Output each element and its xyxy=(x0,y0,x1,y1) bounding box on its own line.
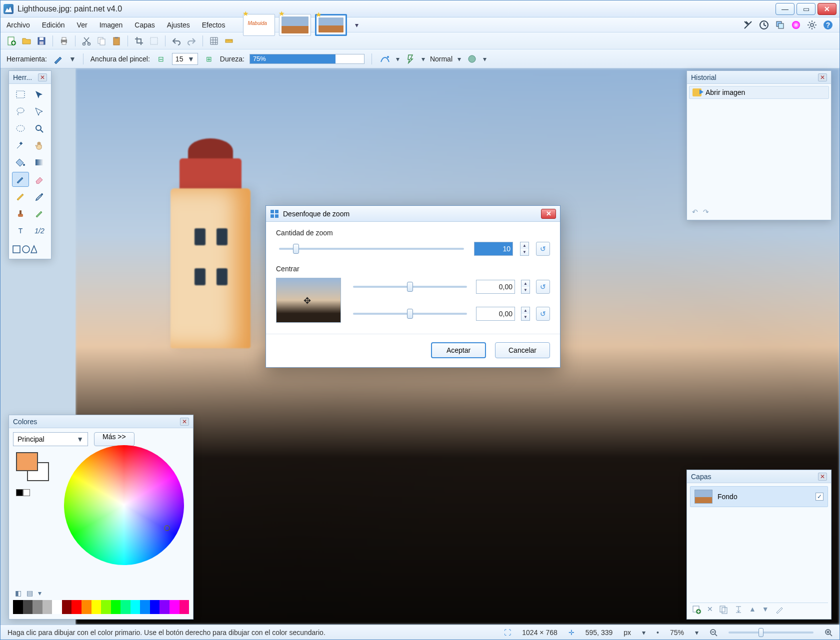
tool-eraser[interactable] xyxy=(31,172,48,187)
palette-color[interactable] xyxy=(150,600,160,614)
zoom-amount-reset-icon[interactable]: ↺ xyxy=(536,242,550,256)
tool-pan[interactable] xyxy=(31,138,48,153)
current-tool-icon[interactable] xyxy=(52,53,64,65)
palette-color[interactable] xyxy=(92,600,102,614)
layer-visibility-checkbox[interactable]: ✓ xyxy=(816,493,824,501)
palette-color[interactable] xyxy=(111,600,121,614)
palette-manage-icon[interactable]: ▤ xyxy=(26,589,33,597)
dialog-accept-button[interactable]: Aceptar xyxy=(431,342,486,358)
colors-more-button[interactable]: Más >> xyxy=(94,432,134,446)
menu-archivo[interactable]: Archivo xyxy=(0,19,36,31)
tool-magic-wand[interactable] xyxy=(12,138,29,153)
layers-panel-close-icon[interactable]: ✕ xyxy=(818,473,827,481)
zoom-amount-input[interactable]: 10 xyxy=(474,242,513,256)
bw-swatch[interactable] xyxy=(16,489,30,496)
center-x-input[interactable]: 0,00 xyxy=(476,280,515,294)
palette-color[interactable] xyxy=(140,600,150,614)
maximize-button[interactable]: ▭ xyxy=(796,3,816,15)
status-unit[interactable]: px xyxy=(624,629,631,637)
settings-icon[interactable] xyxy=(806,19,818,30)
deselect-icon[interactable] xyxy=(148,35,160,47)
menu-imagen[interactable]: Imagen xyxy=(94,19,129,31)
cut-icon[interactable] xyxy=(80,35,92,47)
center-y-spinner[interactable]: ▲▼ xyxy=(521,307,530,321)
center-x-reset-icon[interactable]: ↺ xyxy=(536,280,550,294)
menu-ver[interactable]: Ver xyxy=(71,19,94,31)
tool-text[interactable]: T xyxy=(12,223,29,238)
menu-capas[interactable]: Capas xyxy=(128,19,160,31)
delete-layer-icon[interactable]: ✕ xyxy=(707,605,713,614)
palette-color[interactable] xyxy=(62,600,72,614)
paste-icon[interactable] xyxy=(110,35,122,47)
blend-dropdown-icon[interactable]: ▾ xyxy=(422,55,425,63)
palette-color[interactable] xyxy=(120,600,130,614)
layer-properties-icon[interactable] xyxy=(775,605,784,614)
palette-color[interactable] xyxy=(82,600,92,614)
add-layer-icon[interactable] xyxy=(692,605,701,614)
tool-pencil[interactable] xyxy=(12,189,29,204)
dialog-cancel-button[interactable]: Cancelar xyxy=(495,342,550,358)
history-panel-title[interactable]: Historial ✕ xyxy=(687,71,831,84)
tool-dropdown-icon[interactable]: ▼ xyxy=(69,55,76,63)
tools-panel-title[interactable]: Herr... ✕ xyxy=(9,71,51,84)
ruler-icon[interactable] xyxy=(223,35,235,47)
duplicate-layer-icon[interactable] xyxy=(719,605,728,614)
redo-icon[interactable] xyxy=(186,35,198,47)
colors-panel-title[interactable]: Colores ✕ xyxy=(9,415,193,428)
center-y-slider[interactable] xyxy=(353,313,467,315)
history-window-icon[interactable] xyxy=(758,19,770,30)
palette-menu-icon[interactable]: ▾ xyxy=(38,589,42,597)
palette-color[interactable] xyxy=(42,600,52,614)
tools-window-icon[interactable] xyxy=(742,19,754,30)
palette-color[interactable] xyxy=(130,600,140,614)
layers-panel-title[interactable]: Capas ✕ xyxy=(687,470,831,483)
palette-color[interactable] xyxy=(23,600,33,614)
hardness-slider[interactable]: 75% xyxy=(250,54,364,64)
palette-row[interactable] xyxy=(13,600,189,614)
tool-paintbrush[interactable] xyxy=(12,172,29,187)
layers-window-icon[interactable] xyxy=(774,19,786,30)
color-wheel-cursor[interactable] xyxy=(164,525,170,531)
palette-color[interactable] xyxy=(72,600,82,614)
colors-panel-close-icon[interactable]: ✕ xyxy=(180,418,189,426)
menu-edicion[interactable]: Edición xyxy=(36,19,71,31)
color-swatches[interactable] xyxy=(16,452,38,471)
layer-row-fondo[interactable]: Fondo ✓ xyxy=(690,486,828,507)
doc-thumb-3-active[interactable] xyxy=(315,14,347,36)
print-icon[interactable] xyxy=(58,35,70,47)
colors-window-icon[interactable] xyxy=(790,19,802,30)
grid-icon[interactable] xyxy=(208,35,220,47)
zoom-slider[interactable] xyxy=(728,632,814,634)
copy-icon[interactable] xyxy=(96,35,108,47)
tool-zoom[interactable] xyxy=(31,121,48,136)
center-y-input[interactable]: 0,00 xyxy=(476,307,515,321)
history-panel-close-icon[interactable]: ✕ xyxy=(818,73,827,81)
tools-panel-close-icon[interactable]: ✕ xyxy=(38,73,47,81)
tool-recolor[interactable] xyxy=(31,206,48,221)
zoom-amount-slider[interactable] xyxy=(279,248,464,250)
tool-ellipse-select[interactable] xyxy=(12,121,29,136)
zoom-dropdown-icon[interactable]: ▾ xyxy=(695,629,698,637)
palette-color[interactable] xyxy=(32,600,42,614)
palette-add-icon[interactable]: ◧ xyxy=(15,589,22,597)
new-icon[interactable] xyxy=(6,35,18,47)
tool-lasso[interactable] xyxy=(12,104,29,119)
doc-thumb-1[interactable] xyxy=(243,14,275,36)
center-x-spinner[interactable]: ▲▼ xyxy=(521,280,530,294)
save-icon[interactable] xyxy=(36,35,48,47)
doc-thumb-2[interactable] xyxy=(279,14,311,36)
open-icon[interactable] xyxy=(20,35,32,47)
palette-color[interactable] xyxy=(180,600,190,614)
center-x-slider[interactable] xyxy=(353,286,467,288)
palette-color[interactable] xyxy=(13,600,23,614)
crop-icon[interactable] xyxy=(133,35,145,47)
merge-layer-icon[interactable] xyxy=(734,605,743,614)
antialias-icon[interactable] xyxy=(379,53,391,65)
brush-size-input[interactable]: 15▼ xyxy=(172,53,198,65)
history-redo-icon[interactable]: ↷ xyxy=(703,208,709,216)
tool-shapes[interactable] xyxy=(9,241,51,259)
tool-rect-select[interactable] xyxy=(12,87,29,102)
palette-color[interactable] xyxy=(101,600,111,614)
primary-color-swatch[interactable] xyxy=(16,452,38,471)
overwrite-icon[interactable] xyxy=(466,53,478,65)
